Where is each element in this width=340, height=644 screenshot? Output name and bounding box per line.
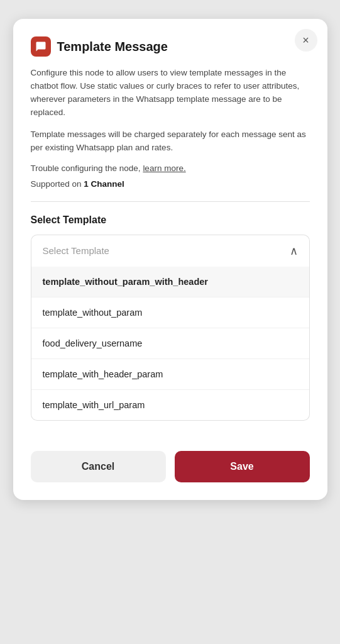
select-template-header[interactable]: Select Template ∧ (31, 235, 310, 267)
dropdown-item-4[interactable]: template_with_header_param (31, 359, 309, 390)
description-2: Template messages will be charged separa… (31, 128, 310, 155)
app-icon (31, 36, 51, 57)
trouble-text: Trouble configuring the node, learn more… (31, 164, 310, 173)
supported-text: Supported on 1 Channel (31, 179, 310, 202)
modal-footer: Cancel Save (31, 436, 310, 500)
select-template-container: Select Template ∧ template_without_param… (31, 235, 310, 421)
chevron-up-icon: ∧ (290, 244, 298, 258)
select-placeholder: Select Template (43, 245, 109, 256)
select-dropdown: template_without_param_with_header templ… (31, 267, 310, 421)
section-label: Select Template (31, 214, 310, 226)
modal-title: Template Message (57, 40, 295, 54)
modal-header: Template Message ✎ (31, 36, 310, 57)
dropdown-item-1[interactable]: template_without_param_with_header (31, 267, 309, 297)
close-button[interactable]: × (295, 29, 317, 52)
modal-panel: × Template Message ✎ Configure this node… (13, 19, 327, 500)
dropdown-item-2[interactable]: template_without_param (31, 297, 309, 328)
cancel-button[interactable]: Cancel (31, 451, 166, 482)
modal-overlay: × Template Message ✎ Configure this node… (0, 0, 340, 644)
dropdown-item-3[interactable]: food_delivery_username (31, 328, 309, 359)
learn-more-link[interactable]: learn more. (143, 164, 185, 173)
channel-count: 1 Channel (84, 179, 124, 189)
save-button[interactable]: Save (175, 451, 310, 482)
description-1: Configure this node to allow users to vi… (31, 67, 310, 119)
dropdown-item-5[interactable]: template_with_url_param (31, 390, 309, 420)
